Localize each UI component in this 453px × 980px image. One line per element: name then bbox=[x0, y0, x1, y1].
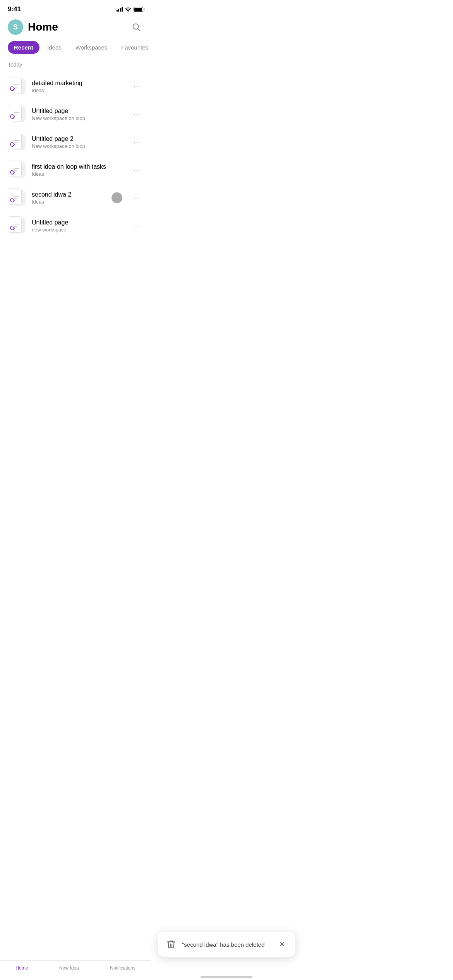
item-name-3: Untitled page 2 bbox=[32, 135, 125, 142]
section-today-label: Today bbox=[0, 62, 151, 72]
item-icon-4 bbox=[8, 161, 26, 179]
items-list: detailed marketing Ideas ··· Untitled pa… bbox=[0, 72, 151, 240]
list-item[interactable]: detailed marketing Ideas ··· bbox=[0, 72, 151, 100]
item-subtitle-3: New workspace on loop bbox=[32, 143, 125, 149]
item-subtitle-2: New workspace on loop bbox=[32, 115, 125, 121]
item-subtitle-6: new workspace bbox=[32, 227, 125, 233]
tab-workspaces[interactable]: Workspaces bbox=[69, 41, 113, 54]
item-more-button-3[interactable]: ··· bbox=[131, 136, 143, 148]
page-title: Home bbox=[28, 21, 58, 33]
tab-favourites[interactable]: Favourites bbox=[115, 41, 151, 54]
wifi-icon bbox=[125, 7, 131, 12]
item-icon-5 bbox=[8, 188, 26, 207]
item-icon-1 bbox=[8, 77, 26, 96]
item-icon-3 bbox=[8, 133, 26, 151]
dot-indicator bbox=[112, 192, 122, 203]
item-more-button-5[interactable]: ··· bbox=[131, 192, 143, 204]
item-subtitle-5: Ideas bbox=[32, 199, 106, 205]
tab-ideas[interactable]: Ideas bbox=[41, 41, 68, 54]
item-icon-6 bbox=[8, 216, 26, 235]
item-more-button-1[interactable]: ··· bbox=[131, 80, 143, 93]
tab-recent[interactable]: Recent bbox=[8, 41, 39, 54]
item-text-2: Untitled page New workspace on loop bbox=[32, 108, 125, 121]
item-text-4: first idea on loop with tasks Ideas bbox=[32, 163, 125, 177]
item-subtitle-4: Ideas bbox=[32, 171, 125, 177]
status-icons bbox=[117, 7, 144, 12]
item-icon-2 bbox=[8, 105, 26, 123]
item-more-button-4[interactable]: ··· bbox=[131, 164, 143, 176]
search-icon bbox=[132, 22, 141, 32]
battery-icon bbox=[134, 7, 143, 12]
header: S Home bbox=[0, 16, 151, 41]
list-item[interactable]: first idea on loop with tasks Ideas ··· bbox=[0, 156, 151, 184]
item-text-3: Untitled page 2 New workspace on loop bbox=[32, 135, 125, 149]
item-text-6: Untitled page new workspace bbox=[32, 219, 125, 233]
item-text-1: detailed marketing Ideas bbox=[32, 80, 125, 93]
signal-icon bbox=[117, 7, 123, 12]
item-name-5: second idwa 2 bbox=[32, 191, 106, 198]
item-more-button-6[interactable]: ··· bbox=[131, 219, 143, 232]
list-item[interactable]: Untitled page new workspace ··· bbox=[0, 212, 151, 240]
header-left: S Home bbox=[8, 19, 58, 35]
svg-point-0 bbox=[128, 11, 129, 12]
list-item[interactable]: Untitled page 2 New workspace on loop ··… bbox=[0, 128, 151, 156]
search-button[interactable] bbox=[129, 20, 143, 34]
item-name-6: Untitled page bbox=[32, 219, 125, 226]
tabs-container: Recent Ideas Workspaces Favourites bbox=[0, 41, 151, 62]
item-name-1: detailed marketing bbox=[32, 80, 125, 87]
status-bar: 9:41 bbox=[0, 0, 151, 16]
item-subtitle-1: Ideas bbox=[32, 87, 125, 93]
avatar[interactable]: S bbox=[8, 19, 23, 35]
list-item[interactable]: Untitled page New workspace on loop ··· bbox=[0, 100, 151, 128]
list-item[interactable]: second idwa 2 Ideas ··· bbox=[0, 184, 151, 212]
status-time: 9:41 bbox=[8, 5, 21, 13]
item-more-button-2[interactable]: ··· bbox=[131, 108, 143, 120]
item-name-2: Untitled page bbox=[32, 108, 125, 115]
svg-line-2 bbox=[138, 29, 140, 31]
item-text-5: second idwa 2 Ideas bbox=[32, 191, 106, 205]
item-name-4: first idea on loop with tasks bbox=[32, 163, 125, 170]
